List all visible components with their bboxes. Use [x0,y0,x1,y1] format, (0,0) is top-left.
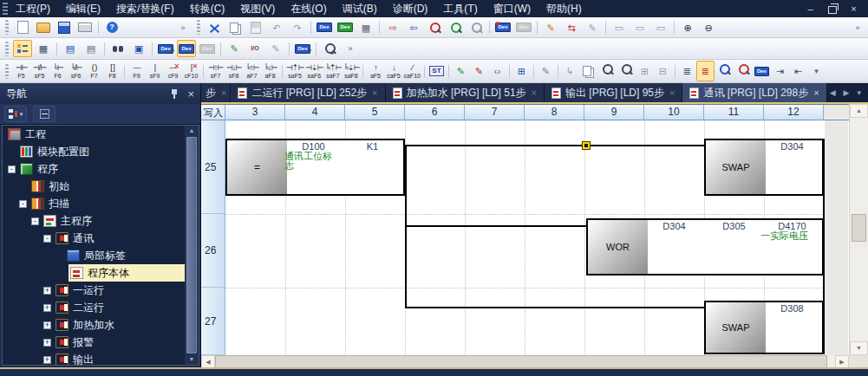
expander-icon[interactable]: + [43,287,51,295]
restore-button[interactable] [821,3,843,15]
falling-pulse-close-branch-button[interactable]: ╘⇣⊢ saF8 [342,61,360,81]
close-contact-button[interactable]: ⊣/⊢ sF5 [30,61,49,81]
navigation-close-icon[interactable]: × [187,88,194,100]
application-instruction-button[interactable]: [ ] F8 [103,61,121,81]
intelligent-module-button[interactable]: ▦ [356,19,375,36]
io-check-button[interactable]: I/O [245,40,264,57]
verify-with-plc-button[interactable] [425,19,444,36]
window-arrange-button[interactable]: ▭ [651,19,670,36]
menu-item[interactable]: 搜索/替换(F) [108,0,182,17]
copy-program-button[interactable] [579,61,597,81]
device-grid-edit-button[interactable]: ⊞ [512,61,531,81]
tree-item-project[interactable]: 工程 [3,126,185,143]
new-project-button[interactable] [13,19,32,36]
menu-item[interactable]: 诊断(D) [385,0,436,17]
program-list-button[interactable]: ▤ [61,40,80,57]
tab-er-yunxing[interactable]: 二运行 [PRG] [LD] 252步 × [231,83,385,102]
tab-more-icon[interactable]: ▾ [854,87,864,99]
toolbar-overflow[interactable]: ▾ [807,61,826,81]
edit-coil-button[interactable]: ✎ [470,61,488,81]
invert-result-falling-button[interactable]: ↓ caF5 [384,61,402,81]
module-configuration-button[interactable]: ▦ [34,40,53,57]
tab-shuchu[interactable]: 输出 [PRG] [LD] 95步 × [545,83,682,102]
expander-icon[interactable]: + [43,356,51,364]
monitor-start-button[interactable]: Dev [493,19,512,36]
expander-icon[interactable]: + [43,339,51,347]
toolbar-overflow[interactable]: » [341,40,360,57]
toolbar-overflow[interactable]: » [848,19,867,36]
jump-button[interactable]: ↳ [561,61,579,81]
tree-item-program-body[interactable]: 程序本体 [3,264,185,282]
tree-item-main-program[interactable]: - 主程序 [3,212,185,230]
redo-button[interactable]: ↷ [288,19,307,36]
pin-icon[interactable] [170,88,179,100]
scrollbar-thumb[interactable] [186,137,197,353]
tab-tongxun[interactable]: 通讯 [PRG] [LD] 298步 × [682,83,826,102]
invert-result-rising-button[interactable]: ↑ aF5 [366,61,384,81]
rising-pulse-close-branch-button[interactable]: ╘⇡⊢ saF7 [323,61,342,81]
tab-scroll-left-icon[interactable]: ◀ [827,87,839,99]
tree-item-run1[interactable]: + 一运行 [3,282,185,299]
window-tile-button[interactable]: ▭ [610,19,629,36]
close-branch-button[interactable]: ╘/⊢ sF6 [67,61,85,81]
device-find-dropdown[interactable]: Dev [156,40,175,57]
menu-item[interactable]: 窗口(W) [486,0,538,17]
zoom-in-button[interactable]: ⊕ [678,19,697,36]
tree-item-scan[interactable]: - 扫描 [3,195,185,212]
insert-column-button[interactable]: ⇥ [771,61,789,81]
project-view-dropdown[interactable]: ▾ [4,106,27,122]
read-from-plc-button[interactable]: ⇦ [404,19,423,36]
menu-item[interactable]: 转换(C) [182,0,233,17]
edit-inline-button[interactable]: ‹› [488,61,506,81]
edit-contact-button[interactable]: ✎ [452,61,470,81]
vertical-scrollbar[interactable]: ▲ ▼ [849,104,868,355]
tab-close-icon[interactable]: × [813,88,819,98]
navigation-window-button[interactable] [13,40,32,57]
horizontal-line-button[interactable]: — F9 [127,61,146,81]
tab-close-icon[interactable]: × [669,88,675,98]
wor-instruction-block[interactable]: WOR D304 D305 D4170 一实际电压 [586,218,824,276]
tree-item-output[interactable]: + 输出 [3,351,185,365]
scroll-down-icon[interactable]: ▼ [850,341,868,355]
expander-icon[interactable]: - [31,217,39,225]
edit-disabled-button[interactable]: ✎ [266,40,285,57]
menu-item[interactable]: 编辑(E) [58,0,108,17]
replace-device-button[interactable] [734,61,753,81]
expander-icon[interactable]: - [8,165,16,173]
tab-truncated[interactable]: 步 × [201,83,231,102]
write-to-plc-button[interactable]: ⇨ [383,19,402,36]
tab-close-icon[interactable]: × [371,88,377,98]
device-comment-button[interactable]: Dev [315,19,334,36]
inline-st-button[interactable]: ST [427,61,446,81]
menu-item[interactable]: 工具(T) [435,0,485,17]
tab-jiare-jiashui[interactable]: 加热加水 [PRG] [LD] 51步 × [386,83,545,102]
tree-item-local-label[interactable]: 局部标签 [3,247,185,264]
cut-button[interactable] [205,19,224,36]
save-button[interactable] [55,19,74,36]
paste-button[interactable] [246,19,265,36]
tree-item-alarm[interactable]: + 报警 [3,334,185,351]
tab-close-icon[interactable]: × [220,88,226,98]
expander-icon[interactable]: - [43,235,51,243]
device-reference-dropdown[interactable] [320,40,339,57]
ladder-canvas[interactable]: 25 26 27 = D100 通讯工位标志 K1 SWAP D304 WOR … [201,120,848,355]
menu-item[interactable]: 工程(P) [8,0,58,17]
print-button[interactable] [75,19,95,36]
tree-item-module-config[interactable]: 模块配置图 [3,143,185,160]
monitor-stop-button[interactable]: Dev [514,19,533,36]
wiring-check-button[interactable]: ≣ [678,61,696,81]
tree-item-comm[interactable]: - 通讯 [3,230,185,247]
find-replace-window-button[interactable]: ▣ [129,40,148,57]
scrollbar-thumb[interactable] [852,214,866,242]
label-edit-button[interactable]: ✎ [225,40,244,57]
open-project-button[interactable] [34,19,53,36]
swap-instruction-block[interactable]: SWAP D304 [704,139,824,196]
find-button[interactable] [108,40,127,57]
tree-item-program[interactable]: - 程序 [3,160,185,178]
falling-pulse-button[interactable]: ⊣↓⊢ sF8 [225,61,243,81]
insert-row-button[interactable]: ⊞ [636,61,654,81]
swap-instruction-block[interactable]: SWAP D308 [704,301,824,354]
window-cascade-button[interactable]: ▭ [630,19,649,36]
tree-item-run2[interactable]: + 二运行 [3,299,185,316]
navigation-scrollbar[interactable]: ▲ ▼ [185,126,199,365]
